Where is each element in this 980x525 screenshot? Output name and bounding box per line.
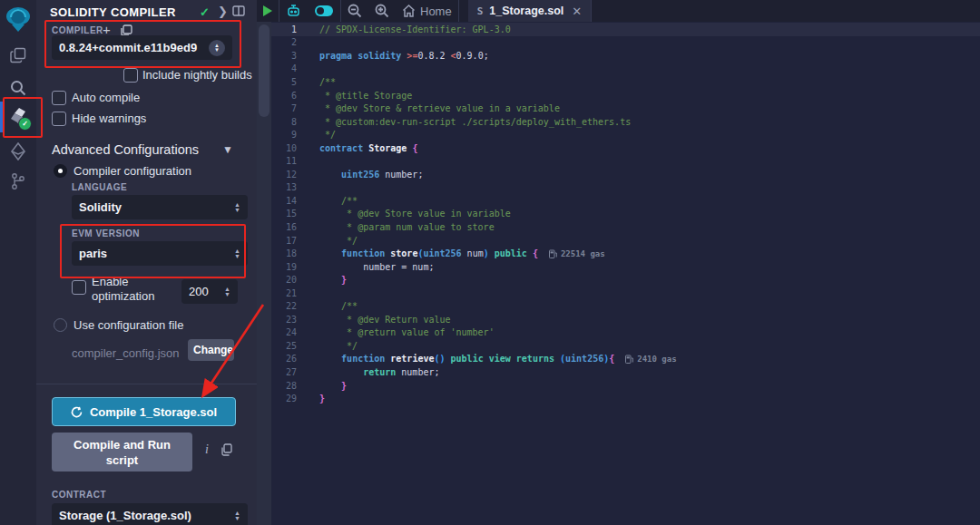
solidity-compiler-icon[interactable]: ✓ [0, 102, 36, 132]
ai-assistant-icon[interactable] [279, 0, 308, 22]
autocompile-checkbox[interactable] [52, 91, 66, 105]
icon-rail: ✓ [0, 0, 36, 525]
code-line[interactable]: 9 */ [271, 128, 980, 141]
code-text: /** [319, 301, 358, 311]
code-line[interactable]: 21 [271, 287, 980, 300]
code-text: /** [319, 196, 358, 206]
code-line[interactable]: 4 [271, 63, 980, 76]
contract-stepper-icon: ▲▼ [234, 510, 240, 521]
copy-icon[interactable] [220, 443, 232, 456]
compile-run-button[interactable]: Compile and Run script [52, 433, 192, 472]
code-text: */ [319, 236, 358, 246]
code-line[interactable]: 28 } [271, 379, 980, 393]
toolbar-separator [591, 0, 592, 22]
code-text: * @dev Return value [319, 315, 451, 325]
code-line[interactable]: 5/** [271, 75, 980, 89]
code-text: * @dev Store & retrieve value in a varia… [319, 103, 560, 113]
change-button[interactable]: Change [188, 339, 234, 361]
home-icon [402, 5, 416, 17]
code-line[interactable]: 20 } [271, 273, 980, 287]
home-label: Home [420, 5, 452, 18]
optimization-label: Enable optimization [92, 275, 170, 304]
forward-chevron-icon[interactable]: ❯ [218, 5, 228, 18]
language-stepper-icon: ▲▼ [234, 202, 240, 213]
code-line[interactable]: 22 /** [271, 299, 980, 313]
code-line[interactable]: 14 /** [271, 194, 980, 208]
line-number: 26 [271, 354, 297, 364]
code-line[interactable]: 8 * @custom:dev-run-script ./scripts/dep… [271, 115, 980, 129]
copilot-toggle-icon[interactable] [308, 0, 340, 22]
optimization-checkbox[interactable] [72, 280, 86, 295]
search-icon[interactable] [0, 73, 36, 103]
compile-button[interactable]: Compile 1_Storage.sol [52, 397, 236, 426]
line-number: 10 [271, 143, 297, 153]
code-text: uint256 number; [319, 170, 423, 180]
run-script-icon [263, 5, 272, 16]
git-icon[interactable] [0, 166, 36, 197]
line-number: 11 [271, 156, 297, 166]
evm-label: EVM VERSION [72, 228, 140, 238]
remix-logo-icon[interactable] [0, 2, 36, 38]
code-lines[interactable]: 1// SPDX-License-Identifier: GPL-3.023pr… [271, 23, 980, 405]
collapse-chevron-icon[interactable]: ▼ [222, 143, 233, 156]
zoom-in-icon[interactable] [368, 0, 396, 22]
runs-stepper-icon: ▲▼ [224, 287, 230, 297]
code-line[interactable]: 19 number = num; [271, 260, 980, 274]
deploy-run-icon[interactable] [0, 136, 36, 167]
code-line[interactable]: 6 * @title Storage [271, 89, 980, 102]
line-number: 12 [271, 170, 297, 180]
compiler-version-select[interactable]: 0.8.24+commit.e11b9ed9 ▲▼ [52, 35, 232, 60]
code-line[interactable]: 12 uint256 number; [271, 168, 980, 181]
tab-close-icon[interactable]: ✕ [572, 5, 582, 18]
code-line[interactable]: 3pragma solidity >=0.8.2 <0.9.0; [271, 49, 980, 63]
code-line[interactable]: 1// SPDX-License-Identifier: GPL-3.0 [271, 23, 980, 36]
code-line[interactable]: 24 * @return value of 'number' [271, 326, 980, 340]
code-line[interactable]: 10contract Storage { [271, 141, 980, 155]
code-line[interactable]: 29} [271, 392, 980, 405]
code-line[interactable]: 17 */ [271, 234, 980, 248]
code-line[interactable]: 25 */ [271, 339, 980, 353]
run-script-button[interactable] [257, 0, 279, 22]
config-file-radio[interactable] [54, 318, 67, 332]
advanced-config-title[interactable]: Advanced Configurations [52, 142, 199, 157]
hidewarnings-checkbox[interactable] [52, 112, 66, 126]
line-number: 23 [271, 315, 297, 325]
code-text: function store(uint256 num) public { [319, 248, 538, 258]
code-line[interactable]: 26 function retrieve() public view retur… [271, 353, 980, 366]
nightly-checkbox[interactable] [123, 68, 138, 83]
code-line[interactable]: 23 * @dev Return value [271, 313, 980, 326]
panel-resize-handle[interactable] [257, 22, 271, 525]
code-text: */ [319, 130, 336, 140]
line-number: 21 [271, 288, 297, 298]
code-line[interactable]: 15 * @dev Store value in variable [271, 208, 980, 221]
evm-stepper-icon: ▲▼ [234, 248, 240, 259]
code-text: } [319, 381, 347, 391]
code-text: * @title Storage [319, 91, 412, 101]
gas-estimate-badge: 22514 gas [549, 249, 605, 258]
line-number: 17 [271, 236, 297, 246]
line-number: 6 [271, 91, 297, 101]
code-text: // SPDX-License-Identifier: GPL-3.0 [319, 24, 511, 34]
code-line[interactable]: 13 [271, 181, 980, 195]
editor-tab[interactable]: S 1_Storage.sol ✕ [468, 0, 592, 22]
code-line[interactable]: 11 [271, 154, 980, 168]
code-text: function retrieve() public view returns … [319, 354, 614, 364]
line-number: 22 [271, 301, 297, 311]
code-line[interactable]: 27 return number; [271, 365, 980, 379]
compiler-config-radio[interactable] [54, 164, 67, 178]
evm-select[interactable]: paris ▲▼ [72, 241, 248, 266]
code-text: * @custom:dev-run-script ./scripts/deplo… [319, 117, 631, 127]
code-line[interactable]: 7 * @dev Store & retrieve value in a var… [271, 102, 980, 115]
language-label: LANGUAGE [72, 182, 127, 192]
columns-panel-icon[interactable] [232, 5, 245, 16]
code-line[interactable]: 18 function store(uint256 num) public {2… [271, 247, 980, 260]
optimization-runs-input[interactable]: 200 ▲▼ [181, 279, 238, 304]
file-explorer-icon[interactable] [0, 40, 36, 71]
zoom-out-icon[interactable] [341, 0, 368, 22]
language-select[interactable]: Solidity ▲▼ [72, 195, 248, 219]
home-tab[interactable]: Home [396, 0, 458, 22]
contract-select[interactable]: Storage (1_Storage.sol) ▲▼ [52, 503, 248, 525]
info-icon[interactable]: i [205, 442, 209, 457]
code-line[interactable]: 16 * @param num value to store [271, 220, 980, 234]
code-line[interactable]: 2 [271, 36, 980, 50]
